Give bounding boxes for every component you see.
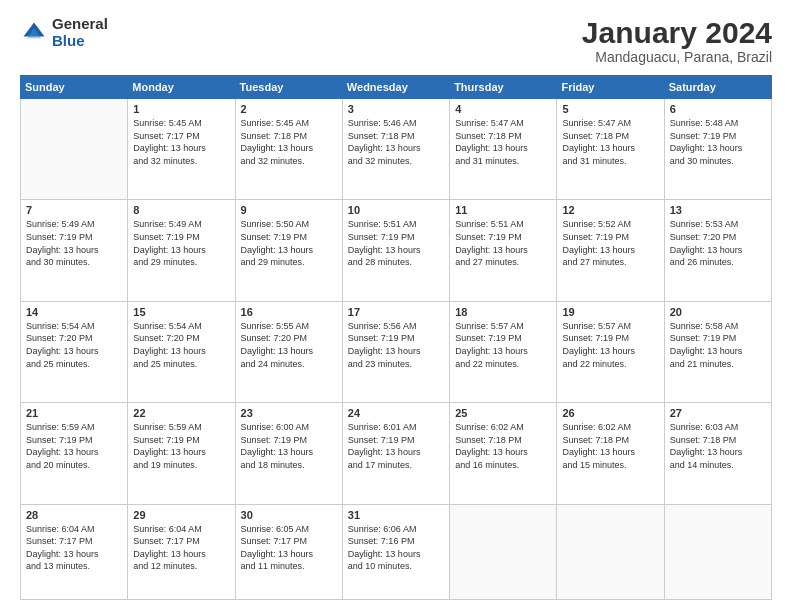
day-number: 24	[348, 407, 444, 419]
day-info: Sunrise: 6:00 AM Sunset: 7:19 PM Dayligh…	[241, 421, 337, 471]
day-info: Sunrise: 5:59 AM Sunset: 7:19 PM Dayligh…	[26, 421, 122, 471]
day-number: 26	[562, 407, 658, 419]
table-row: 25Sunrise: 6:02 AM Sunset: 7:18 PM Dayli…	[450, 403, 557, 504]
table-row	[664, 504, 771, 599]
day-number: 19	[562, 306, 658, 318]
day-info: Sunrise: 5:47 AM Sunset: 7:18 PM Dayligh…	[455, 117, 551, 167]
day-number: 28	[26, 509, 122, 521]
day-number: 15	[133, 306, 229, 318]
day-number: 21	[26, 407, 122, 419]
day-info: Sunrise: 5:48 AM Sunset: 7:19 PM Dayligh…	[670, 117, 766, 167]
day-info: Sunrise: 6:05 AM Sunset: 7:17 PM Dayligh…	[241, 523, 337, 573]
table-row: 15Sunrise: 5:54 AM Sunset: 7:20 PM Dayli…	[128, 301, 235, 402]
day-number: 9	[241, 204, 337, 216]
day-number: 6	[670, 103, 766, 115]
table-row	[21, 99, 128, 200]
col-wednesday: Wednesday	[342, 76, 449, 99]
table-row: 9Sunrise: 5:50 AM Sunset: 7:19 PM Daylig…	[235, 200, 342, 301]
table-row: 29Sunrise: 6:04 AM Sunset: 7:17 PM Dayli…	[128, 504, 235, 599]
table-row: 3Sunrise: 5:46 AM Sunset: 7:18 PM Daylig…	[342, 99, 449, 200]
location: Mandaguacu, Parana, Brazil	[582, 49, 772, 65]
month-title: January 2024	[582, 16, 772, 49]
day-number: 30	[241, 509, 337, 521]
table-row	[557, 504, 664, 599]
table-row: 26Sunrise: 6:02 AM Sunset: 7:18 PM Dayli…	[557, 403, 664, 504]
table-row: 28Sunrise: 6:04 AM Sunset: 7:17 PM Dayli…	[21, 504, 128, 599]
day-info: Sunrise: 5:53 AM Sunset: 7:20 PM Dayligh…	[670, 218, 766, 268]
day-info: Sunrise: 5:49 AM Sunset: 7:19 PM Dayligh…	[26, 218, 122, 268]
day-number: 5	[562, 103, 658, 115]
day-number: 8	[133, 204, 229, 216]
table-row: 30Sunrise: 6:05 AM Sunset: 7:17 PM Dayli…	[235, 504, 342, 599]
table-row: 6Sunrise: 5:48 AM Sunset: 7:19 PM Daylig…	[664, 99, 771, 200]
day-info: Sunrise: 5:45 AM Sunset: 7:17 PM Dayligh…	[133, 117, 229, 167]
day-info: Sunrise: 5:51 AM Sunset: 7:19 PM Dayligh…	[455, 218, 551, 268]
table-row: 22Sunrise: 5:59 AM Sunset: 7:19 PM Dayli…	[128, 403, 235, 504]
header: General Blue January 2024 Mandaguacu, Pa…	[20, 16, 772, 65]
day-number: 4	[455, 103, 551, 115]
col-saturday: Saturday	[664, 76, 771, 99]
day-info: Sunrise: 5:56 AM Sunset: 7:19 PM Dayligh…	[348, 320, 444, 370]
table-row: 20Sunrise: 5:58 AM Sunset: 7:19 PM Dayli…	[664, 301, 771, 402]
logo-icon	[20, 19, 48, 47]
table-row: 23Sunrise: 6:00 AM Sunset: 7:19 PM Dayli…	[235, 403, 342, 504]
day-info: Sunrise: 5:52 AM Sunset: 7:19 PM Dayligh…	[562, 218, 658, 268]
day-number: 14	[26, 306, 122, 318]
table-row: 12Sunrise: 5:52 AM Sunset: 7:19 PM Dayli…	[557, 200, 664, 301]
col-sunday: Sunday	[21, 76, 128, 99]
day-number: 10	[348, 204, 444, 216]
day-info: Sunrise: 5:57 AM Sunset: 7:19 PM Dayligh…	[562, 320, 658, 370]
day-number: 12	[562, 204, 658, 216]
table-row: 21Sunrise: 5:59 AM Sunset: 7:19 PM Dayli…	[21, 403, 128, 504]
calendar-table: Sunday Monday Tuesday Wednesday Thursday…	[20, 75, 772, 600]
day-info: Sunrise: 6:04 AM Sunset: 7:17 PM Dayligh…	[133, 523, 229, 573]
day-info: Sunrise: 5:47 AM Sunset: 7:18 PM Dayligh…	[562, 117, 658, 167]
day-info: Sunrise: 5:58 AM Sunset: 7:19 PM Dayligh…	[670, 320, 766, 370]
table-row: 7Sunrise: 5:49 AM Sunset: 7:19 PM Daylig…	[21, 200, 128, 301]
day-info: Sunrise: 5:54 AM Sunset: 7:20 PM Dayligh…	[133, 320, 229, 370]
day-number: 17	[348, 306, 444, 318]
col-tuesday: Tuesday	[235, 76, 342, 99]
table-row: 2Sunrise: 5:45 AM Sunset: 7:18 PM Daylig…	[235, 99, 342, 200]
col-monday: Monday	[128, 76, 235, 99]
day-info: Sunrise: 5:54 AM Sunset: 7:20 PM Dayligh…	[26, 320, 122, 370]
day-info: Sunrise: 5:49 AM Sunset: 7:19 PM Dayligh…	[133, 218, 229, 268]
day-info: Sunrise: 5:55 AM Sunset: 7:20 PM Dayligh…	[241, 320, 337, 370]
day-info: Sunrise: 6:02 AM Sunset: 7:18 PM Dayligh…	[562, 421, 658, 471]
table-row: 16Sunrise: 5:55 AM Sunset: 7:20 PM Dayli…	[235, 301, 342, 402]
day-number: 23	[241, 407, 337, 419]
day-number: 22	[133, 407, 229, 419]
table-row: 10Sunrise: 5:51 AM Sunset: 7:19 PM Dayli…	[342, 200, 449, 301]
table-row: 14Sunrise: 5:54 AM Sunset: 7:20 PM Dayli…	[21, 301, 128, 402]
table-row: 17Sunrise: 5:56 AM Sunset: 7:19 PM Dayli…	[342, 301, 449, 402]
table-row: 24Sunrise: 6:01 AM Sunset: 7:19 PM Dayli…	[342, 403, 449, 504]
calendar-body: 1Sunrise: 5:45 AM Sunset: 7:17 PM Daylig…	[21, 99, 772, 600]
day-info: Sunrise: 5:46 AM Sunset: 7:18 PM Dayligh…	[348, 117, 444, 167]
table-row: 4Sunrise: 5:47 AM Sunset: 7:18 PM Daylig…	[450, 99, 557, 200]
day-info: Sunrise: 6:02 AM Sunset: 7:18 PM Dayligh…	[455, 421, 551, 471]
day-number: 27	[670, 407, 766, 419]
logo-blue-text: Blue	[52, 33, 108, 50]
day-info: Sunrise: 5:50 AM Sunset: 7:19 PM Dayligh…	[241, 218, 337, 268]
day-info: Sunrise: 6:06 AM Sunset: 7:16 PM Dayligh…	[348, 523, 444, 573]
col-friday: Friday	[557, 76, 664, 99]
day-number: 1	[133, 103, 229, 115]
title-block: January 2024 Mandaguacu, Parana, Brazil	[582, 16, 772, 65]
table-row: 13Sunrise: 5:53 AM Sunset: 7:20 PM Dayli…	[664, 200, 771, 301]
day-info: Sunrise: 5:51 AM Sunset: 7:19 PM Dayligh…	[348, 218, 444, 268]
table-row: 19Sunrise: 5:57 AM Sunset: 7:19 PM Dayli…	[557, 301, 664, 402]
day-number: 31	[348, 509, 444, 521]
day-number: 13	[670, 204, 766, 216]
table-row: 27Sunrise: 6:03 AM Sunset: 7:18 PM Dayli…	[664, 403, 771, 504]
day-info: Sunrise: 5:57 AM Sunset: 7:19 PM Dayligh…	[455, 320, 551, 370]
day-number: 20	[670, 306, 766, 318]
day-info: Sunrise: 5:45 AM Sunset: 7:18 PM Dayligh…	[241, 117, 337, 167]
day-number: 11	[455, 204, 551, 216]
day-number: 2	[241, 103, 337, 115]
table-row: 11Sunrise: 5:51 AM Sunset: 7:19 PM Dayli…	[450, 200, 557, 301]
table-row: 18Sunrise: 5:57 AM Sunset: 7:19 PM Dayli…	[450, 301, 557, 402]
day-number: 7	[26, 204, 122, 216]
page: General Blue January 2024 Mandaguacu, Pa…	[0, 0, 792, 612]
day-info: Sunrise: 6:04 AM Sunset: 7:17 PM Dayligh…	[26, 523, 122, 573]
day-info: Sunrise: 6:03 AM Sunset: 7:18 PM Dayligh…	[670, 421, 766, 471]
